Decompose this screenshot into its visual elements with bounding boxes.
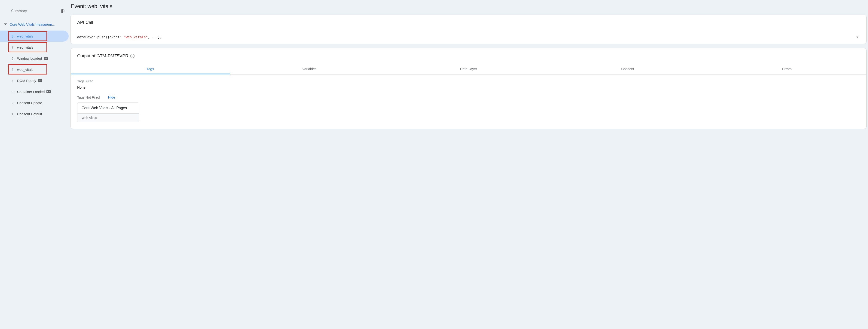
output-header-label: Output of GTM-PMZ5VPR [77,53,128,58]
summary-row: Summary [0,6,70,16]
caret-down-icon [4,23,7,26]
api-code-string: "web_vitals" [124,35,148,39]
event-item[interactable]: 5web_vitals [0,64,69,75]
event-index: 4 [11,79,17,83]
api-call-card: API Call dataLayer.push({event: "web_vit… [70,15,867,44]
code-icon: <> [38,79,42,82]
event-item[interactable]: 4DOM Ready<> [0,75,69,86]
api-code-prefix: dataLayer.push({event: [77,35,124,39]
event-index: 7 [11,45,17,49]
output-tabs: TagsVariablesData LayerConsentErrors [71,64,866,75]
sidebar: Summary Core Web Vitals measurem… 8web_v… [0,0,70,329]
main-panel: Event: web_vitals API Call dataLayer.pus… [70,0,868,329]
tag-card-type: Web Vitals [78,113,139,122]
tree-root-label: Core Web Vitals measurem… [10,23,56,26]
event-index: 2 [11,101,17,105]
event-name: Consent Default [17,112,42,116]
event-list: 8web_vitals7web_vitals6Window Loaded<>5w… [0,31,70,119]
svg-rect-0 [64,10,65,10]
event-index: 5 [11,67,17,72]
tab-tags[interactable]: Tags [71,64,230,74]
hide-not-fired-button[interactable]: Hide [108,95,115,99]
event-index: 8 [11,34,17,38]
tags-fired-label: Tags Fired [77,79,860,83]
event-index: 1 [11,112,17,116]
event-name: Window Loaded<> [17,56,48,60]
output-card: Output of GTM-PMZ5VPR ? TagsVariablesDat… [70,48,867,129]
event-item[interactable]: 1Consent Default [0,108,69,119]
event-name: DOM Ready<> [17,79,42,83]
api-call-code: dataLayer.push({event: "web_vitals", ...… [77,35,162,39]
output-header: Output of GTM-PMZ5VPR ? [71,48,866,64]
app-root: Summary Core Web Vitals measurem… 8web_v… [0,0,868,329]
code-icon: <> [46,90,51,93]
tags-tab-body: Tags Fired None Tags Not Fired Hide Core… [71,75,866,129]
event-index: 3 [11,90,17,94]
expand-api-call-button[interactable] [855,34,860,39]
tags-fired-value: None [77,85,860,89]
api-code-suffix: , ...}) [148,35,162,39]
tags-not-fired-label: Tags Not Fired [77,95,100,99]
event-item[interactable]: 7web_vitals [0,42,69,53]
help-icon[interactable]: ? [130,54,134,58]
tab-variables[interactable]: Variables [230,64,389,74]
event-name: Consent Update [17,101,42,105]
page-title: Event: web_vitals [70,3,867,9]
event-name: web_vitals [17,34,33,38]
event-name: web_vitals [17,67,33,72]
event-item[interactable]: 3Container Loaded<> [0,86,69,97]
tags-not-fired-row: Tags Not Fired Hide [77,95,860,99]
tag-card[interactable]: Core Web Vitals - All PagesWeb Vitals [77,103,139,122]
tab-data-layer[interactable]: Data Layer [389,64,548,74]
event-name: web_vitals [17,45,33,49]
tab-errors[interactable]: Errors [707,64,866,74]
api-call-body[interactable]: dataLayer.push({event: "web_vitals", ...… [71,30,866,44]
event-item[interactable]: 2Consent Update [0,97,69,108]
event-item[interactable]: 8web_vitals [0,31,69,42]
api-call-header: API Call [71,15,866,30]
trash-list-icon [60,8,65,13]
summary-tree-root[interactable]: Core Web Vitals measurem… [0,20,70,29]
clear-events-button[interactable] [59,8,66,15]
event-name: Container Loaded<> [17,90,51,94]
tag-card-title: Core Web Vitals - All Pages [78,103,139,113]
chevron-down-icon [855,34,860,39]
summary-label: Summary [11,9,27,13]
event-index: 6 [11,56,17,60]
tags-not-fired-container: Core Web Vitals - All PagesWeb Vitals [77,103,860,122]
code-icon: <> [44,57,48,60]
tab-consent[interactable]: Consent [548,64,707,74]
event-item[interactable]: 6Window Loaded<> [0,53,69,64]
